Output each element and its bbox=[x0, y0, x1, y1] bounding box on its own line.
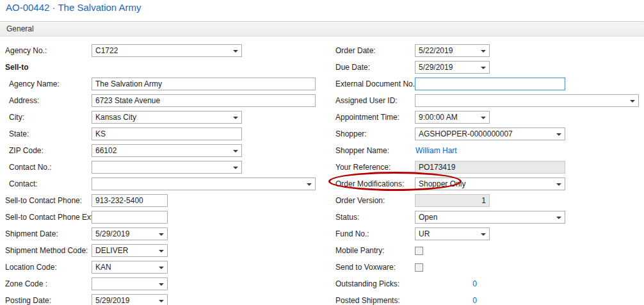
city-select[interactable]: Kansas City bbox=[92, 111, 242, 124]
state-label: State: bbox=[5, 129, 92, 138]
sell-to-group-heading: Sell-to bbox=[5, 63, 92, 72]
appointment-time-value: 9:00:00 AM bbox=[419, 113, 458, 122]
chevron-down-icon bbox=[481, 233, 486, 236]
assigned-user-id-select[interactable] bbox=[415, 94, 639, 107]
due-date-label: Due Date: bbox=[335, 63, 415, 72]
agency-no-label: Agency No.: bbox=[5, 46, 92, 55]
left-column: Agency No.: C1722 Sell-to Agency Name: T… bbox=[5, 42, 325, 305]
posting-date-row: Posting Date: 5/29/2019 bbox=[5, 292, 325, 305]
chevron-down-icon bbox=[233, 117, 238, 119]
chevron-down-icon bbox=[481, 67, 486, 69]
section-general-label: General bbox=[6, 24, 34, 33]
shipment-method-code-label: Shipment Method Code: bbox=[5, 246, 92, 255]
your-reference-label: Your Reference: bbox=[335, 163, 415, 172]
location-code-select[interactable]: KAN bbox=[92, 261, 168, 274]
sell-to-contact-phone-value: 913-232-5400 bbox=[95, 196, 143, 205]
zip-code-select[interactable]: 66102 bbox=[92, 144, 242, 157]
city-label: City: bbox=[5, 113, 92, 122]
due-date-select[interactable]: 5/29/2019 bbox=[415, 61, 490, 74]
fasttab-general[interactable]: General bbox=[0, 21, 644, 37]
zone-code-select[interactable] bbox=[92, 277, 168, 290]
outstanding-picks-link[interactable]: 0 bbox=[415, 279, 477, 288]
fund-no-value: UR bbox=[419, 229, 430, 238]
chevron-down-icon bbox=[159, 267, 164, 269]
agency-no-value: C1722 bbox=[95, 46, 118, 55]
fund-no-select[interactable]: UR bbox=[415, 227, 490, 240]
external-document-no-label: External Document No.: bbox=[335, 79, 415, 88]
appointment-time-select[interactable]: 9:00:00 AM bbox=[415, 111, 490, 124]
state-value: KS bbox=[95, 129, 106, 138]
appointment-time-row: Appointment Time: 9:00:00 AM bbox=[335, 109, 643, 126]
contact-no-row: Contact No.: bbox=[5, 159, 325, 176]
contact-select[interactable] bbox=[92, 177, 316, 190]
chevron-down-icon bbox=[159, 283, 164, 286]
your-reference-row: Your Reference: PO173419 bbox=[335, 159, 643, 176]
order-date-select[interactable]: 5/22/2019 bbox=[415, 44, 490, 57]
shopper-label: Shopper: bbox=[335, 129, 415, 138]
state-row: State: KS bbox=[5, 126, 325, 142]
status-value: Open bbox=[419, 213, 437, 222]
order-date-label: Order Date: bbox=[335, 46, 415, 55]
send-to-voxware-checkbox[interactable] bbox=[415, 263, 423, 272]
location-code-row: Location Code: KAN bbox=[5, 259, 325, 276]
external-document-no-row: External Document No.: bbox=[335, 76, 643, 92]
external-document-no-input[interactable] bbox=[415, 78, 565, 90]
assigned-user-id-row: Assigned User ID: bbox=[335, 92, 643, 109]
shipment-date-label: Shipment Date: bbox=[5, 229, 92, 238]
due-date-row: Due Date: 5/29/2019 bbox=[335, 59, 643, 76]
chevron-down-icon bbox=[556, 217, 561, 219]
chevron-down-icon bbox=[233, 50, 238, 53]
mobile-pantry-row: Mobile Pantry: bbox=[335, 242, 643, 259]
chevron-down-icon bbox=[556, 133, 561, 136]
sell-to-contact-phone-ext-label: Sell-to Contact Phone Ext.: bbox=[5, 213, 92, 222]
sell-to-heading-row: Sell-to bbox=[5, 59, 325, 76]
page-title: AO-00442 · The Salvation Army bbox=[6, 2, 141, 13]
address-input[interactable]: 6723 State Avenue bbox=[92, 94, 316, 107]
location-code-label: Location Code: bbox=[5, 263, 92, 272]
order-date-row: Order Date: 5/22/2019 bbox=[335, 42, 643, 59]
outstanding-picks-row: Outstanding Picks: 0 bbox=[335, 276, 643, 292]
shopper-name-label: Shopper Name: bbox=[335, 146, 415, 155]
posting-date-select[interactable]: 5/29/2019 bbox=[92, 294, 168, 305]
your-reference-value: PO173419 bbox=[419, 163, 455, 172]
zip-code-value: 66102 bbox=[95, 146, 117, 155]
status-select[interactable]: Open bbox=[415, 211, 565, 224]
due-date-value: 5/29/2019 bbox=[419, 63, 453, 72]
shopper-name-link[interactable]: William Hart bbox=[415, 146, 457, 155]
shipment-date-value: 5/29/2019 bbox=[95, 229, 129, 238]
sell-to-contact-phone-ext-input[interactable] bbox=[92, 211, 168, 224]
shipment-method-code-select[interactable]: DELIVER bbox=[92, 244, 168, 257]
shopper-value: AGSHOPPER-0000000007 bbox=[419, 129, 513, 138]
zone-code-label: Zone Code : bbox=[5, 279, 92, 288]
chevron-down-icon bbox=[233, 167, 238, 169]
address-value: 6723 State Avenue bbox=[95, 96, 160, 105]
posted-shipments-link[interactable]: 0 bbox=[415, 296, 477, 305]
agency-name-input[interactable]: The Salvation Army bbox=[92, 78, 316, 90]
address-label: Address: bbox=[5, 96, 92, 105]
status-row: Status: Open bbox=[335, 209, 643, 226]
shopper-select[interactable]: AGSHOPPER-0000000007 bbox=[415, 128, 565, 140]
order-date-value: 5/22/2019 bbox=[419, 46, 453, 55]
address-row: Address: 6723 State Avenue bbox=[5, 92, 325, 109]
order-version-value: 1 bbox=[481, 196, 486, 205]
order-modifications-label: Order Modifications: bbox=[335, 179, 415, 188]
sell-to-contact-phone-input[interactable]: 913-232-5400 bbox=[92, 194, 168, 207]
contact-no-select[interactable] bbox=[92, 161, 242, 174]
fund-no-label: Fund No.: bbox=[335, 229, 415, 238]
zone-code-row: Zone Code : bbox=[5, 276, 325, 292]
agency-name-label: Agency Name: bbox=[5, 79, 92, 88]
posted-shipments-row: Posted Shipments: 0 bbox=[335, 292, 643, 305]
mobile-pantry-checkbox[interactable] bbox=[415, 247, 423, 255]
chevron-down-icon bbox=[556, 183, 561, 186]
posted-shipments-label: Posted Shipments: bbox=[335, 296, 415, 305]
agency-no-select[interactable]: C1722 bbox=[92, 44, 242, 57]
chevron-down-icon bbox=[481, 50, 486, 53]
shopper-row: Shopper: AGSHOPPER-0000000007 bbox=[335, 126, 643, 142]
status-label: Status: bbox=[335, 213, 415, 222]
posting-date-label: Posting Date: bbox=[5, 296, 92, 305]
shipment-date-select[interactable]: 5/29/2019 bbox=[92, 227, 168, 240]
city-row: City: Kansas City bbox=[5, 109, 325, 126]
city-value: Kansas City bbox=[95, 113, 136, 122]
state-input[interactable]: KS bbox=[92, 128, 242, 140]
order-modifications-select[interactable]: Shopper Only bbox=[415, 177, 565, 190]
